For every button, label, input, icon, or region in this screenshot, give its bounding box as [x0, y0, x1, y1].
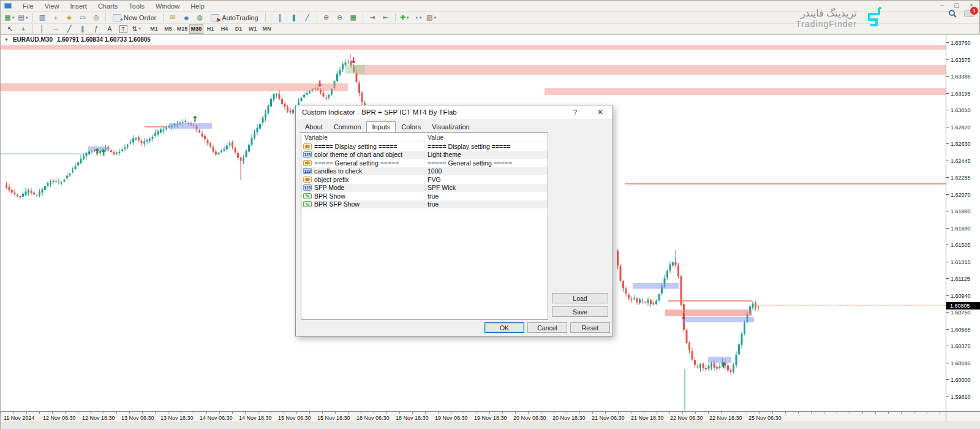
arrows-icon[interactable]: ⇅▼ [130, 24, 143, 34]
timeframe-d1[interactable]: D1 [232, 24, 246, 34]
input-row[interactable]: ab===== Display setting ========== Displ… [301, 142, 548, 151]
search-icon[interactable] [948, 9, 957, 18]
profiles-icon[interactable]: ▤▼ [17, 12, 29, 23]
timeframe-m1[interactable]: M1 [147, 24, 161, 34]
new-chart-icon[interactable]: ▦▼ [4, 12, 16, 23]
time-axis-label: 12 Nov 18:30 [82, 415, 115, 421]
line-chart-icon[interactable]: ╱ [301, 12, 314, 23]
ok-button[interactable]: OK [484, 322, 524, 333]
input-row[interactable]: abobject prefixFVG [301, 175, 548, 184]
templates-icon-dropdown[interactable]: ▼ [433, 16, 437, 20]
periods-icon-dropdown[interactable]: ▼ [419, 16, 423, 20]
new-order-button[interactable]: +New Order [108, 12, 160, 23]
input-value-cell[interactable]: Light theme [424, 151, 548, 158]
input-row[interactable]: 123candles to check1000 [301, 167, 548, 176]
tab-common[interactable]: Common [328, 121, 367, 133]
arrows-icon-dropdown[interactable]: ▼ [138, 27, 141, 31]
timeframe-w1[interactable]: W1 [246, 24, 260, 34]
input-variable-cell: abobject prefix [301, 175, 424, 184]
channel-icon[interactable]: ∥ [77, 24, 89, 34]
crosshair-icon[interactable]: + [17, 24, 29, 34]
inputs-table[interactable]: Variable Value ab===== Display setting =… [301, 132, 548, 320]
tab-visualization[interactable]: Visualization [426, 121, 475, 133]
input-value-cell[interactable]: ===== General setting ===== [424, 159, 548, 167]
indicators-icon[interactable]: ✚▼ [399, 12, 411, 23]
load-button[interactable]: Load [552, 293, 608, 303]
market-watch-icon[interactable]: ▥ [36, 12, 48, 23]
timeframe-m30[interactable]: M30 [189, 24, 203, 34]
candlestick-chart-icon[interactable]: ❚ [288, 12, 300, 23]
window-controls: – ▢ × [938, 2, 976, 9]
strategy-tester-icon[interactable]: ◎ [90, 12, 102, 23]
terminal-icon[interactable]: ▭ [77, 12, 89, 23]
save-button[interactable]: Save [552, 306, 608, 317]
cancel-button[interactable]: Cancel [527, 322, 567, 333]
price-tick-mark [946, 363, 949, 363]
buy-signal-arrow-3: ↑ [720, 362, 727, 370]
timeframe-h1[interactable]: H1 [203, 24, 217, 34]
price-tick-mark [946, 127, 949, 127]
price-tick-mark [946, 379, 949, 380]
fibonacci-icon[interactable]: ƒ [90, 24, 102, 34]
bar-chart-icon[interactable]: ║ [274, 12, 287, 23]
new-chart-icon-dropdown[interactable]: ▼ [12, 16, 15, 20]
input-value-cell[interactable]: ===== Display setting ===== [424, 143, 548, 150]
menu-insert[interactable]: Insert [64, 2, 92, 10]
input-value-cell[interactable]: true [424, 192, 548, 200]
tile-windows-icon[interactable]: ▦ [347, 12, 360, 23]
input-value-cell[interactable]: true [424, 200, 548, 208]
menu-tools[interactable]: Tools [123, 2, 150, 10]
menu-help[interactable]: Help [185, 2, 210, 10]
community-icon[interactable]: ☻ [180, 12, 192, 23]
restore-button[interactable]: ▢ [952, 2, 961, 9]
input-row[interactable]: ∿BPR SFP Showtrue [301, 200, 548, 209]
input-value-cell[interactable]: 1000 [424, 167, 548, 175]
dialog-help-button[interactable]: ? [567, 105, 583, 119]
text-icon[interactable]: A [104, 24, 116, 34]
dialog-close-icon[interactable]: ✕ [592, 105, 609, 119]
profiles-icon-dropdown[interactable]: ▼ [25, 16, 29, 20]
label-icon[interactable]: T [117, 24, 129, 34]
vertical-line-icon[interactable]: │ [36, 24, 48, 34]
trendline-icon[interactable]: ╱ [63, 24, 75, 34]
navigator-icon[interactable]: ◈ [63, 12, 75, 23]
data-window-icon[interactable]: + [50, 12, 62, 23]
input-row[interactable]: 123color theme of chart and objectLight … [301, 151, 548, 159]
menu-view[interactable]: View [39, 2, 65, 10]
tab-inputs[interactable]: Inputs [366, 121, 396, 133]
zoom-out-icon[interactable]: ⊖ [334, 12, 346, 23]
input-value-cell[interactable]: SPF Wick [424, 184, 548, 191]
templates-icon[interactable]: ▧▼ [426, 12, 438, 23]
input-row[interactable]: ab===== General setting ========== Gener… [301, 159, 548, 167]
sell-signal-arrow-2: ↓ [680, 313, 687, 321]
minimize-button[interactable]: – [938, 2, 946, 9]
cursor-icon[interactable]: ↖ [4, 24, 16, 34]
timeframe-mn[interactable]: MN [260, 24, 274, 34]
input-value-cell[interactable]: FVG [424, 176, 548, 183]
one-click-caret-icon[interactable]: ▼ [4, 37, 9, 42]
zoom-in-icon[interactable]: ⊕ [320, 12, 333, 23]
timeframe-m5[interactable]: M5 [161, 24, 175, 34]
autotrading-button[interactable]: ▶AutoTrading [206, 12, 263, 23]
input-row[interactable]: 123SFP ModeSPF Wick [301, 184, 548, 192]
notifications-icon[interactable]: 1 [964, 10, 974, 17]
menu-file[interactable]: File [17, 2, 39, 10]
auto-scroll-icon[interactable]: ⇥ [366, 12, 379, 23]
new-order-button-icon: + [113, 14, 121, 21]
market-globe-icon[interactable]: ◍ [194, 12, 206, 23]
tab-colors[interactable]: Colors [396, 121, 426, 133]
menu-charts[interactable]: Charts [92, 2, 123, 10]
timeframe-h4[interactable]: H4 [217, 24, 232, 34]
periods-icon[interactable]: ◔▼ [412, 12, 424, 23]
horizontal-line-icon[interactable]: ─ [50, 24, 62, 34]
timeframe-m15[interactable]: M15 [175, 24, 189, 34]
reset-button[interactable]: Reset [570, 322, 610, 333]
chart-shift-icon[interactable]: ⇤ [380, 12, 392, 23]
price-axis[interactable]: 1.637601.635751.633851.631951.630101.628… [946, 34, 980, 411]
menu-window[interactable]: Window [150, 2, 185, 10]
time-axis[interactable]: 11 Nov 202412 Nov 06:3012 Nov 18:3013 No… [1, 411, 946, 422]
mail-icon[interactable]: ✉ [167, 12, 179, 23]
indicators-icon-dropdown[interactable]: ▼ [406, 16, 410, 20]
input-row[interactable]: ∿BPR Showtrue [301, 192, 548, 200]
tab-about[interactable]: About [300, 121, 328, 133]
